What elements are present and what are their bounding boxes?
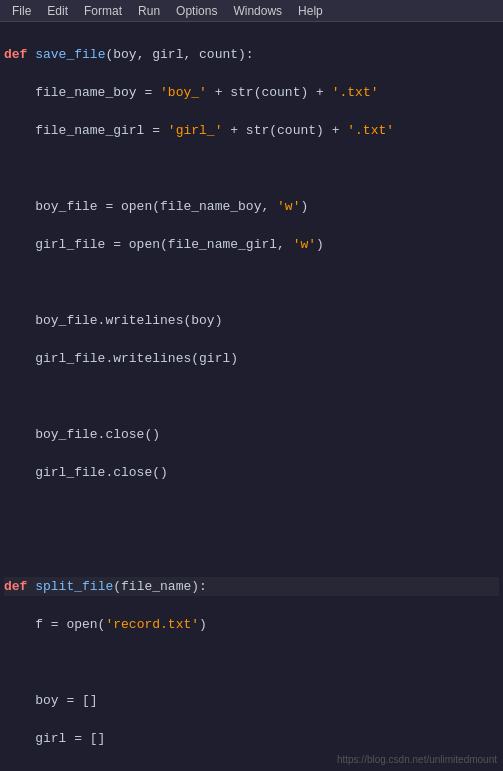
menu-run[interactable]: Run — [130, 0, 168, 22]
menu-edit[interactable]: Edit — [39, 0, 76, 22]
code-editor[interactable]: def save_file(boy, girl, count): file_na… — [0, 26, 503, 767]
watermark: https://blog.csdn.net/unlimitedmount — [337, 754, 497, 765]
menu-options[interactable]: Options — [168, 0, 225, 22]
menu-file[interactable]: File — [4, 0, 39, 22]
menubar: File Edit Format Run Options Windows Hel… — [0, 0, 503, 22]
menu-help[interactable]: Help — [290, 0, 331, 22]
menu-format[interactable]: Format — [76, 0, 130, 22]
menu-windows[interactable]: Windows — [225, 0, 290, 22]
code-area: def save_file(boy, girl, count): file_na… — [0, 22, 503, 771]
